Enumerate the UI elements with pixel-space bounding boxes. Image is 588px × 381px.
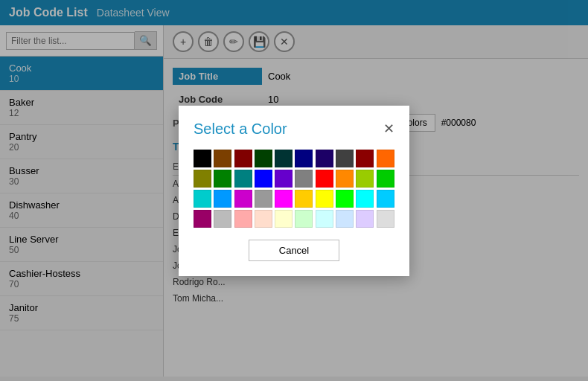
cancel-color-button[interactable]: Cancel xyxy=(249,240,339,261)
color-swatch[interactable] xyxy=(194,150,211,167)
color-swatch[interactable] xyxy=(214,150,231,167)
color-swatch[interactable] xyxy=(255,210,272,228)
color-swatch[interactable] xyxy=(316,150,333,167)
color-swatch[interactable] xyxy=(316,210,333,228)
color-swatch[interactable] xyxy=(377,150,394,167)
color-swatch[interactable] xyxy=(295,170,313,188)
color-swatch[interactable] xyxy=(295,150,313,167)
modal-close-button[interactable]: ✕ xyxy=(383,121,394,137)
color-swatch[interactable] xyxy=(295,210,313,228)
color-swatch[interactable] xyxy=(336,170,354,188)
color-swatch[interactable] xyxy=(316,170,333,188)
color-swatch[interactable] xyxy=(255,190,272,208)
color-swatch[interactable] xyxy=(234,190,252,208)
color-swatch[interactable] xyxy=(336,210,354,228)
color-swatch[interactable] xyxy=(194,170,211,188)
color-swatch[interactable] xyxy=(336,150,354,167)
color-swatch[interactable] xyxy=(316,190,333,208)
color-swatch[interactable] xyxy=(214,190,231,208)
color-swatch[interactable] xyxy=(234,150,252,167)
color-swatch[interactable] xyxy=(194,190,211,208)
color-swatch[interactable] xyxy=(356,190,374,208)
color-swatch[interactable] xyxy=(356,150,374,167)
color-swatch[interactable] xyxy=(275,170,293,188)
color-swatch[interactable] xyxy=(275,150,293,167)
color-swatch[interactable] xyxy=(214,210,231,228)
color-grid xyxy=(194,150,394,228)
modal-overlay[interactable]: Select a Color ✕ Cancel xyxy=(0,0,588,381)
modal-header: Select a Color ✕ xyxy=(194,121,394,138)
color-swatch[interactable] xyxy=(234,210,252,228)
color-swatch[interactable] xyxy=(214,170,231,188)
color-swatch[interactable] xyxy=(295,190,313,208)
modal-title: Select a Color xyxy=(194,121,287,138)
color-swatch[interactable] xyxy=(194,210,211,228)
color-swatch[interactable] xyxy=(234,170,252,188)
color-swatch[interactable] xyxy=(275,190,293,208)
color-swatch[interactable] xyxy=(377,190,394,208)
modal-footer: Cancel xyxy=(194,240,394,261)
color-swatch[interactable] xyxy=(356,210,374,228)
color-swatch[interactable] xyxy=(255,150,272,167)
color-swatch[interactable] xyxy=(377,170,394,188)
color-swatch[interactable] xyxy=(275,210,293,228)
color-swatch[interactable] xyxy=(377,210,394,228)
color-swatch[interactable] xyxy=(356,170,374,188)
color-picker-modal: Select a Color ✕ Cancel xyxy=(179,106,409,276)
color-swatch[interactable] xyxy=(336,190,354,208)
color-swatch[interactable] xyxy=(255,170,272,188)
